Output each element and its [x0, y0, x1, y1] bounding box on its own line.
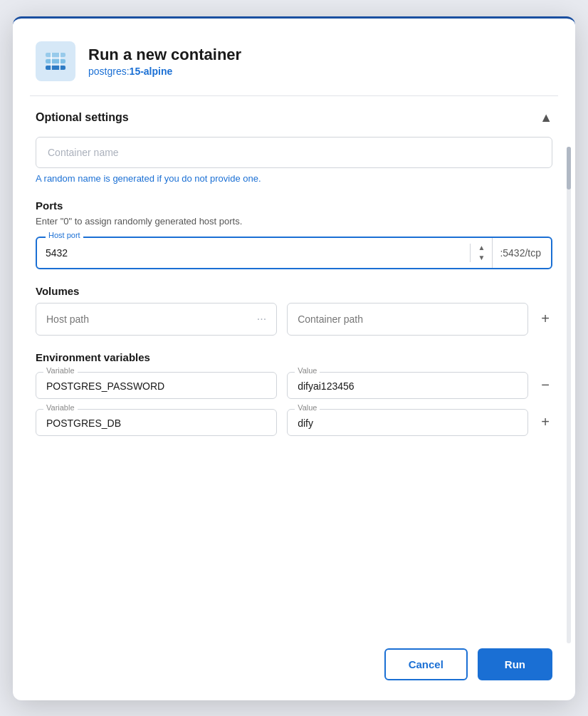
scrollbar-track [567, 147, 571, 643]
host-port-input[interactable] [37, 238, 470, 268]
container-path-wrapper [287, 303, 528, 336]
scrollbar-thumb[interactable] [567, 147, 571, 190]
host-path-browse-btn[interactable]: ··· [257, 313, 266, 326]
host-path-input[interactable] [46, 313, 257, 325]
env-row-2-add-btn[interactable]: + [538, 414, 552, 430]
optional-settings-label: Optional settings [36, 111, 129, 124]
dialog-footer: Cancel Run [13, 634, 575, 700]
add-volume-btn[interactable]: + [538, 311, 552, 327]
env-var-2-input[interactable] [46, 417, 266, 429]
env-vars-label: Environment variables [36, 351, 552, 363]
env-var-1-input[interactable] [46, 380, 266, 392]
svg-rect-3 [46, 66, 65, 70]
host-port-label: Host port [46, 231, 83, 239]
optional-settings-toggle[interactable]: Optional settings ▲ [13, 96, 575, 137]
dialog-subtitle: postgres:15-alpine [88, 66, 241, 77]
env-val-1-wrapper: Value [287, 372, 528, 399]
subtitle-post: 15-alpine [130, 66, 173, 77]
container-port-suffix: :5432/tcp [492, 238, 551, 268]
run-container-dialog: Run a new container postgres:15-alpine O… [13, 16, 575, 700]
env-val-1-label: Value [295, 366, 320, 375]
dialog-header: Run a new container postgres:15-alpine [13, 19, 575, 95]
ports-label: Ports [36, 199, 552, 212]
port-spinner: ▲ ▼ [470, 244, 492, 262]
env-vars-section: Environment variables Variable Value − [36, 351, 552, 436]
content-area: A random name is generated if you do not… [13, 137, 575, 634]
port-decrement-btn[interactable]: ▼ [476, 254, 486, 262]
container-icon [36, 41, 75, 81]
host-path-wrapper: ··· [36, 303, 277, 336]
chevron-up-icon: ▲ [540, 110, 552, 125]
container-name-hint: A random name is generated if you do not… [36, 173, 552, 184]
env-var-2-label: Variable [43, 403, 78, 412]
volumes-label: Volumes [36, 285, 552, 297]
run-button[interactable]: Run [478, 648, 552, 680]
env-row-1-remove-btn[interactable]: − [538, 377, 552, 393]
env-vars-list: Variable Value − Variable [36, 372, 552, 436]
container-name-group: A random name is generated if you do not… [36, 137, 552, 184]
env-val-2-wrapper: Value [287, 409, 528, 436]
svg-rect-2 [46, 59, 65, 63]
host-port-wrapper: Host port ▲ ▼ :5432/tcp [36, 237, 552, 269]
volumes-group: Volumes ··· + [36, 285, 552, 336]
port-increment-btn[interactable]: ▲ [476, 244, 486, 252]
container-name-input[interactable] [36, 137, 552, 168]
dialog-title: Run a new container [88, 46, 241, 64]
env-var-2-wrapper: Variable [36, 409, 277, 436]
cancel-button[interactable]: Cancel [384, 648, 468, 680]
svg-rect-1 [46, 53, 65, 57]
ports-group: Ports Enter "0" to assign randomly gener… [36, 199, 552, 269]
ports-desc: Enter "0" to assign randomly generated h… [36, 216, 552, 227]
env-row-2: Variable Value + [36, 409, 552, 436]
volumes-row: ··· + [36, 303, 552, 336]
container-path-input[interactable] [298, 313, 518, 325]
env-var-1-label: Variable [43, 366, 78, 375]
env-val-2-input[interactable] [298, 417, 518, 429]
header-text: Run a new container postgres:15-alpine [88, 46, 241, 77]
subtitle-pre: postgres: [88, 66, 130, 77]
env-val-1-input[interactable] [298, 380, 518, 392]
env-var-1-wrapper: Variable [36, 372, 277, 399]
env-row-1: Variable Value − [36, 372, 552, 399]
env-val-2-label: Value [295, 403, 320, 412]
port-row: Host port ▲ ▼ :5432/tcp [36, 237, 552, 269]
